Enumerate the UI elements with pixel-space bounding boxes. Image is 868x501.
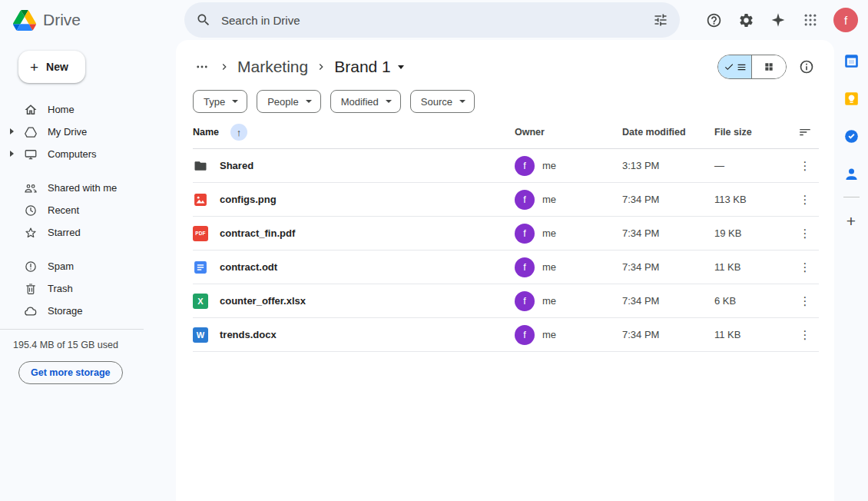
table-row[interactable]: X counter_offer.xlsx f me 7:34 PM 6 KB ⋮ [193, 284, 819, 318]
column-header-menu [791, 125, 819, 139]
table-row[interactable]: contract.odt f me 7:34 PM 11 KB ⋮ [193, 250, 819, 284]
file-name: contract_fin.pdf [220, 227, 295, 239]
sidebar-divider [0, 329, 144, 330]
list-view-button[interactable] [718, 55, 752, 78]
add-panel-icon[interactable]: + [843, 212, 860, 229]
breadcrumb-more-icon[interactable] [187, 51, 217, 82]
tasks-icon[interactable] [843, 128, 860, 144]
file-name: Shared [220, 160, 253, 171]
sidebar-item-storage[interactable]: Storage [0, 300, 176, 322]
date-modified: 7:34 PM [622, 295, 714, 307]
filter-type-chip[interactable]: Type [193, 90, 247, 113]
drive-logo-icon [13, 10, 36, 31]
filter-source-chip[interactable]: Source [410, 90, 475, 113]
shared-people-icon [24, 181, 38, 195]
computers-icon [24, 148, 38, 161]
trash-icon [24, 282, 38, 296]
date-modified: 7:34 PM [622, 227, 714, 239]
apps-grid-icon[interactable] [795, 5, 826, 35]
file-name: contract.odt [220, 261, 277, 273]
new-button[interactable]: + New [18, 51, 85, 83]
keep-icon[interactable] [843, 90, 860, 107]
pdf-file-icon: PDF [193, 226, 208, 241]
file-name: counter_offer.xlsx [220, 295, 306, 307]
image-file-icon [193, 192, 208, 207]
owner-avatar: f [515, 257, 535, 277]
filter-chips: Type People Modified Source [176, 83, 834, 114]
expand-arrow-icon[interactable] [10, 151, 14, 157]
search-options-icon[interactable] [645, 5, 676, 35]
owner-name: me [542, 295, 556, 307]
row-menu-icon[interactable]: ⋮ [794, 292, 817, 310]
contacts-icon[interactable] [843, 165, 860, 182]
table-row[interactable]: W trends.docx f me 7:34 PM 11 KB ⋮ [193, 318, 819, 352]
info-icon[interactable] [791, 51, 822, 82]
table-row[interactable]: Shared f me 3:13 PM — ⋮ [193, 149, 819, 183]
gemini-sparkle-icon[interactable] [763, 5, 793, 35]
sidebar-item-computers[interactable]: Computers [0, 143, 176, 165]
sidebar-item-recent[interactable]: Recent [0, 199, 176, 221]
owner-name: me [542, 194, 556, 205]
row-menu-icon[interactable]: ⋮ [794, 157, 817, 175]
search-icon[interactable] [188, 5, 219, 35]
table-row[interactable]: PDF contract_fin.pdf f me 7:34 PM 19 KB … [193, 217, 819, 250]
nav-section-gap [0, 165, 176, 177]
sidebar-item-spam[interactable]: Spam [0, 255, 176, 277]
settings-gear-icon[interactable] [731, 5, 761, 35]
sidebar-item-my-drive[interactable]: My Drive [0, 121, 176, 143]
content-area: + New Home My Drive [0, 40, 868, 501]
search-input[interactable]: Search in Drive [184, 2, 680, 38]
sidebar-item-starred[interactable]: Starred [0, 221, 176, 244]
owner-avatar: f [515, 224, 535, 244]
get-more-storage-button[interactable]: Get more storage [18, 361, 123, 384]
sidebar-item-home[interactable]: Home [0, 98, 176, 121]
file-name: trends.docx [220, 329, 277, 340]
owner-avatar: f [515, 190, 535, 210]
file-table: Name ↑ Owner Date modified File size [193, 116, 819, 352]
table-row[interactable]: configs.png f me 7:34 PM 113 KB ⋮ [193, 183, 819, 217]
user-avatar[interactable]: f [833, 8, 858, 32]
owner-name: me [542, 160, 556, 171]
app-title: Drive [43, 11, 81, 29]
left-sidebar: + New Home My Drive [0, 40, 176, 501]
date-modified: 3:13 PM [622, 160, 714, 171]
filter-people-chip[interactable]: People [257, 90, 320, 113]
caret-down-icon [306, 100, 312, 103]
breadcrumb: Marketing Brand 1 [176, 40, 834, 83]
owner-avatar: f [515, 156, 535, 176]
breadcrumb-current[interactable]: Brand 1 [328, 56, 410, 78]
sidebar-item-shared-with-me[interactable]: Shared with me [0, 177, 176, 199]
sidebar-item-label: Computers [48, 148, 97, 160]
row-menu-icon[interactable]: ⋮ [794, 326, 817, 344]
folder-icon [193, 158, 208, 174]
filter-modified-chip[interactable]: Modified [330, 90, 401, 113]
spreadsheet-file-icon: X [193, 294, 208, 309]
row-menu-icon[interactable]: ⋮ [794, 258, 817, 277]
plus-icon: + [30, 60, 38, 75]
caret-down-icon [232, 100, 238, 103]
table-header-row: Name ↑ Owner Date modified File size [193, 116, 819, 149]
row-menu-icon[interactable]: ⋮ [794, 224, 817, 243]
file-size: 113 KB [714, 194, 791, 205]
sidebar-item-trash[interactable]: Trash [0, 277, 176, 300]
row-menu-icon[interactable]: ⋮ [794, 191, 817, 209]
chip-label: People [267, 96, 298, 108]
sidebar-item-label: Recent [48, 204, 79, 216]
breadcrumb-parent[interactable]: Marketing [231, 56, 314, 78]
expand-arrow-icon[interactable] [10, 128, 14, 134]
sort-lines-icon[interactable] [798, 125, 812, 139]
file-size: 6 KB [714, 295, 791, 307]
sort-ascending-icon[interactable]: ↑ [230, 124, 247, 141]
grid-view-button[interactable] [752, 55, 786, 78]
sidebar-item-label: Starred [48, 227, 81, 238]
side-panel-divider [843, 197, 860, 197]
calendar-icon[interactable] [843, 52, 860, 69]
drive-home-link[interactable]: Drive [0, 10, 176, 31]
column-header-name[interactable]: Name ↑ [193, 124, 515, 141]
help-icon[interactable] [698, 5, 729, 35]
chip-label: Type [204, 96, 225, 108]
header-name-label: Name [193, 127, 219, 138]
caret-down-icon [398, 65, 404, 69]
owner-avatar: f [515, 291, 535, 311]
view-toggle [717, 55, 787, 79]
